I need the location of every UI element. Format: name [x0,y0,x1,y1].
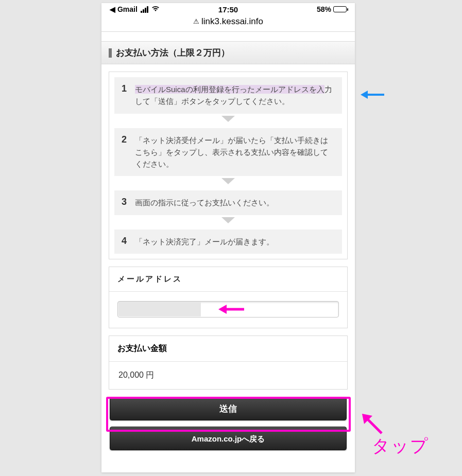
email-label: メールアドレス [109,267,347,292]
step-4: 4 「ネット決済完了」メールが届きます。 [114,230,342,254]
step-number: 2 [122,134,129,145]
svg-marker-2 [221,217,235,223]
chevron-down-icon [114,114,342,128]
annotation-arrow-input [218,303,244,318]
step-1: 1 モバイルSuicaの利用登録を行ったメールアドレスを入力して「送信」ボタンを… [114,77,342,114]
battery-percent: 58% [317,5,331,13]
page-content: お支払い方法（上限２万円） 1 モバイルSuicaの利用登録を行ったメールアドレ… [101,32,355,450]
redacted-area [118,302,201,316]
step-number: 3 [122,197,129,207]
step-2: 2 「ネット決済受付メール」が届いたら「支払い手続きはこちら」をタップし、表示さ… [114,128,342,177]
ios-status-bar: ◀ Gmail 17:50 58% [101,3,355,15]
phone-frame: ◀ Gmail 17:50 58% ⚠link3.kessai.info お支払… [101,3,355,472]
step-text: モバイルSuicaの利用登録を行ったメールアドレスを入力して「送信」ボタンをタッ… [135,83,335,108]
battery-icon [333,6,347,12]
amount-value: 20,000 円 [109,362,347,389]
back-to-app[interactable]: ◀ Gmail [110,5,138,13]
section-header-title: お支払い方法（上限２万円） [116,47,230,59]
status-right: 58% [317,5,347,13]
section-header-payment-method: お支払い方法（上限２万円） [101,41,355,64]
steps-card: 1 モバイルSuicaの利用登録を行ったメールアドレスを入力して「送信」ボタンを… [109,72,348,259]
svg-marker-4 [361,91,368,99]
annotation-tap-label: タップ [372,434,429,458]
svg-line-7 [367,419,382,433]
submit-button[interactable]: 送信 [110,397,347,420]
amount-label: お支払い金額 [109,336,347,362]
svg-marker-0 [221,116,235,122]
step-3: 3 画面の指示に従ってお支払いください。 [114,190,342,215]
wifi-icon [151,5,160,13]
browser-url-bar[interactable]: ⚠link3.kessai.info [101,15,355,32]
step-number: 1 [122,83,129,94]
step-number: 4 [122,236,129,246]
status-time: 17:50 [218,5,238,14]
svg-marker-1 [221,178,235,184]
cellular-signal-icon [141,6,148,13]
annotation-arrow-blue [361,89,384,103]
email-card: メールアドレス [109,267,348,328]
step-text: 「ネット決済受付メール」が届いたら「支払い手続きはこちら」をタップし、表示される… [135,134,335,170]
lock-icon: ⚠ [193,17,199,25]
step-text: 「ネット決済完了」メールが届きます。 [135,236,274,248]
svg-marker-6 [218,305,227,314]
back-to-amazon-button[interactable]: Amazon.co.jpへ戻る [110,427,347,450]
chevron-down-icon [114,176,342,190]
step-text: 画面の指示に従ってお支払いください。 [135,197,274,208]
status-left: ◀ Gmail [110,5,160,13]
amount-card: お支払い金額 20,000 円 [109,336,348,390]
url-text: link3.kessai.info [201,16,263,26]
chevron-down-icon [114,215,342,230]
